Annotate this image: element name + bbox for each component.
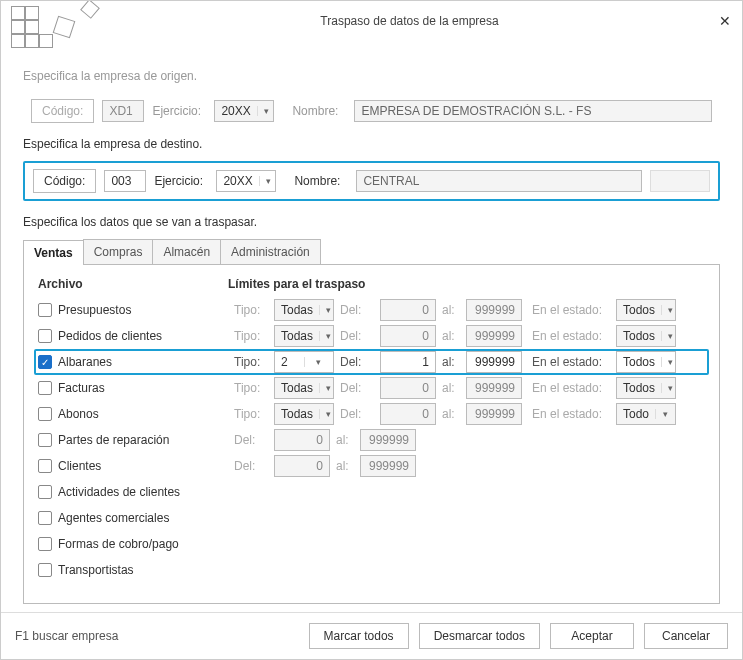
checkbox[interactable]	[38, 433, 52, 447]
app-logo	[11, 0, 101, 50]
row-label: Agentes comerciales	[58, 511, 169, 525]
grid-row-10: Transportistas	[38, 557, 705, 583]
grid-header: Archivo Límites para el traspaso	[38, 277, 705, 291]
origin-nombre-label: Nombre:	[292, 104, 346, 118]
del-label: Del:	[340, 407, 374, 421]
chevron-down-icon: ▾	[661, 305, 675, 315]
tipo-select[interactable]: 2▾	[274, 351, 334, 373]
checkbox[interactable]	[38, 329, 52, 343]
dest-row: Código: Ejercicio: 20XX▾ Nombre:	[23, 161, 720, 201]
tipo-label: Tipo:	[234, 381, 268, 395]
dest-nombre-label: Nombre:	[294, 174, 348, 188]
del-input	[380, 377, 436, 399]
origin-codigo-input	[102, 100, 144, 122]
chevron-down-icon: ▾	[661, 383, 675, 393]
checkbox[interactable]	[38, 303, 52, 317]
estado-select: Todos▾	[616, 299, 676, 321]
unmark-all-button[interactable]: Desmarcar todos	[419, 623, 540, 649]
checkbox[interactable]	[38, 381, 52, 395]
header-archivo: Archivo	[38, 277, 228, 291]
al-label: al:	[442, 407, 460, 421]
row-label: Transportistas	[58, 563, 134, 577]
dest-section-label: Especifica la empresa de destino.	[23, 137, 720, 151]
dest-ejercicio-select[interactable]: 20XX▾	[216, 170, 276, 192]
origin-codigo-button: Código:	[31, 99, 94, 123]
grid-row-3: FacturasTipo:Todas▾Del:al:En el estado:T…	[38, 375, 705, 401]
tab-almacen[interactable]: Almacén	[152, 239, 221, 264]
del-input	[380, 325, 436, 347]
close-icon[interactable]: ✕	[718, 14, 732, 28]
tipo-label: Tipo:	[234, 355, 268, 369]
tab-compras[interactable]: Compras	[83, 239, 154, 264]
al-label: al:	[336, 433, 354, 447]
estado-select[interactable]: Todos▾	[616, 351, 676, 373]
row-label: Partes de reparación	[58, 433, 169, 447]
row-label: Clientes	[58, 459, 101, 473]
row-label: Pedidos de clientes	[58, 329, 162, 343]
tipo-select: Todas▾	[274, 299, 334, 321]
checkbox[interactable]: ✓	[38, 355, 52, 369]
al-label: al:	[442, 355, 460, 369]
origin-row: Código: Ejercicio: 20XX▾ Nombre:	[23, 93, 720, 129]
al-label: al:	[442, 303, 460, 317]
row-label: Formas de cobro/pago	[58, 537, 179, 551]
origin-nombre-input	[354, 100, 712, 122]
checkbox[interactable]	[38, 563, 52, 577]
al-input[interactable]	[466, 351, 522, 373]
chevron-down-icon: ▾	[655, 409, 675, 419]
checkbox[interactable]	[38, 459, 52, 473]
chevron-down-icon: ▾	[661, 357, 675, 367]
tipo-select: Todas▾	[274, 325, 334, 347]
dest-nombre-input	[356, 170, 642, 192]
window-title: Traspaso de datos de la empresa	[101, 14, 718, 28]
del-input[interactable]	[380, 351, 436, 373]
footer-hint: F1 buscar empresa	[15, 629, 299, 643]
cancel-button[interactable]: Cancelar	[644, 623, 728, 649]
checkbox[interactable]	[38, 537, 52, 551]
del-label: Del:	[340, 303, 374, 317]
origin-section-label: Especifica la empresa de origen.	[23, 69, 720, 83]
tipo-label: Tipo:	[234, 407, 268, 421]
del-input	[274, 429, 330, 451]
mark-all-button[interactable]: Marcar todos	[309, 623, 409, 649]
accept-button[interactable]: Aceptar	[550, 623, 634, 649]
chevron-down-icon[interactable]: ▾	[259, 176, 276, 186]
checkbox[interactable]	[38, 407, 52, 421]
row-label: Actividades de clientes	[58, 485, 180, 499]
grid-row-7: Actividades de clientes	[38, 479, 705, 505]
checkbox[interactable]	[38, 485, 52, 499]
titlebar: Traspaso de datos de la empresa ✕	[1, 1, 742, 41]
estado-select: Todos▾	[616, 377, 676, 399]
chevron-down-icon: ▾	[319, 331, 333, 341]
chevron-down-icon: ▾	[319, 305, 333, 315]
row-label: Albaranes	[58, 355, 112, 369]
al-input	[360, 455, 416, 477]
del-label: Del:	[234, 459, 268, 473]
chevron-down-icon: ▾	[257, 106, 274, 116]
grid-row-6: ClientesDel:al:	[38, 453, 705, 479]
estado-select: Todos▾	[616, 325, 676, 347]
grid-row-8: Agentes comerciales	[38, 505, 705, 531]
dest-codigo-input[interactable]	[104, 170, 146, 192]
del-input	[380, 299, 436, 321]
estado-label: En el estado:	[532, 329, 610, 343]
row-label: Facturas	[58, 381, 105, 395]
estado-label: En el estado:	[532, 303, 610, 317]
estado-label: En el estado:	[532, 381, 610, 395]
tipo-label: Tipo:	[234, 303, 268, 317]
grid-row-0: PresupuestosTipo:Todas▾Del:al:En el esta…	[38, 297, 705, 323]
row-label: Abonos	[58, 407, 99, 421]
origin-ejercicio-label: Ejercicio:	[152, 104, 206, 118]
tab-ventas[interactable]: Ventas	[23, 240, 84, 265]
grid-row-4: AbonosTipo:Todas▾Del:al:En el estado:Tod…	[38, 401, 705, 427]
checkbox[interactable]	[38, 511, 52, 525]
dest-codigo-button[interactable]: Código:	[33, 169, 96, 193]
tabs: Ventas Compras Almacén Administración	[23, 239, 720, 265]
tipo-select: Todas▾	[274, 377, 334, 399]
del-label: Del:	[340, 329, 374, 343]
origin-ejercicio-select: 20XX▾	[214, 100, 274, 122]
grid-row-9: Formas de cobro/pago	[38, 531, 705, 557]
tab-administracion[interactable]: Administración	[220, 239, 321, 264]
chevron-down-icon: ▾	[319, 409, 333, 419]
grid-row-2: ✓AlbaranesTipo:2▾Del:al:En el estado:Tod…	[34, 349, 709, 375]
